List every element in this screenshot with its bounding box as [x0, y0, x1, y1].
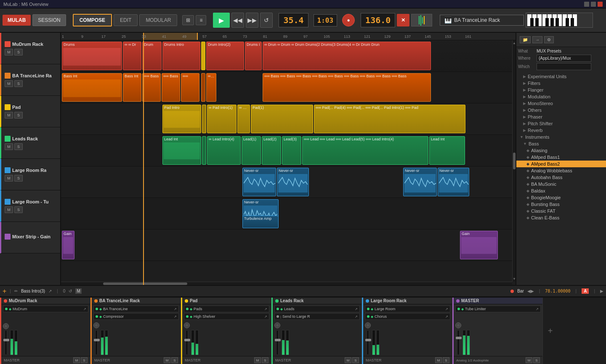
loop-button[interactable]: ↺	[260, 13, 273, 28]
mute-btn-drums[interactable]: M	[5, 49, 13, 55]
clip-drums-6[interactable]: Drum Intro(2)	[206, 42, 244, 70]
solo-btn-leads[interactable]: S	[14, 143, 23, 150]
track-lane-drums[interactable]: Drums ∞ ∞ Dr Drum Drums Intro Drum Intro…	[61, 40, 516, 72]
mute-btn-room1[interactable]: M	[5, 175, 13, 182]
compose-button[interactable]: COMPOSE	[73, 14, 112, 26]
modular-button[interactable]: MODULAR	[139, 14, 177, 26]
pan-knob-master[interactable]	[455, 322, 461, 328]
clip-leads-5[interactable]: Lead(2)	[262, 136, 281, 165]
panel-list-item[interactable]: ◆ Clean E-Bass	[516, 214, 606, 221]
solo-btn-ch-leads[interactable]: S	[352, 357, 359, 363]
panel-list-item[interactable]: ▶ Filters	[516, 80, 606, 87]
clip-leads-3[interactable]: ∞ Lead Intro(4)	[207, 136, 241, 165]
track-lane-room2[interactable]: Never-sr Turbulence Amp	[61, 198, 516, 229]
clip-drums-5[interactable]	[201, 42, 205, 70]
ch-slot-pads[interactable]: ◆ Pads ↗	[184, 306, 269, 312]
clip-turb-2[interactable]: Turbulence Amp	[242, 216, 279, 228]
loop-region[interactable]	[143, 33, 198, 40]
solo-btn-room1[interactable]: S	[14, 175, 23, 182]
track-lane-leads[interactable]: Lead Int ∞ Lead Intro(4) Lead(1) Lead(2)…	[61, 135, 516, 166]
solo-btn-pad[interactable]: S	[14, 112, 23, 119]
ch-slot-chorus[interactable]: ◆ Chorus ↗	[365, 313, 450, 320]
panel-list-item[interactable]: ▶ Reverb	[516, 127, 606, 134]
mute-btn-leads[interactable]: M	[5, 143, 13, 150]
clip-leads-1[interactable]: Lead Int	[162, 136, 201, 165]
position-display[interactable]: 35.4	[279, 13, 308, 27]
panel-list-item[interactable]: ▶ Flanger	[516, 87, 606, 93]
fader-room[interactable]	[367, 330, 369, 355]
track-lane-room1[interactable]: Never-sr Never-sr Neve	[61, 166, 516, 198]
scroll-up-icon[interactable]: ▲	[513, 41, 516, 45]
fader-thumb-leads[interactable]	[275, 339, 281, 341]
clip-leads-2[interactable]	[202, 136, 206, 165]
list-view-button[interactable]: ≡	[196, 15, 206, 25]
panel-list-item[interactable]: ▶ Modulation	[516, 93, 606, 100]
panel-list-item[interactable]: ◆ BoogieMoogie	[516, 194, 606, 201]
solo-btn-drums[interactable]: S	[14, 49, 23, 55]
maximize-btn[interactable]	[591, 2, 596, 7]
ch-slot-highshelver[interactable]: ◆ High Shelver ↗	[184, 313, 269, 320]
clip-bass-8[interactable]: ∞∞ Bass ∞∞ Bass ∞∞ Bass ∞∞ Bass ∞∞ Bass …	[263, 73, 431, 102]
panel-list-item[interactable]: ◆ Baldax	[516, 187, 606, 194]
fader-pad[interactable]	[186, 330, 188, 355]
solo-btn-ch-master[interactable]: S	[533, 357, 540, 363]
clip-drums-2[interactable]: ∞ ∞ Dr	[123, 42, 141, 70]
clip-bass-4[interactable]: ∞∞ Bass	[162, 73, 180, 102]
fader-bass[interactable]	[95, 330, 98, 355]
fader-drums[interactable]	[5, 330, 7, 355]
arrangement-view[interactable]: 1 9 17 25 33 41 49 57 65 73 81 89 97 105…	[61, 33, 516, 285]
pan-knob-drums[interactable]	[3, 323, 9, 329]
ch-slot-leads[interactable]: ◆ Leads ↗	[274, 306, 360, 312]
where-input[interactable]	[537, 55, 591, 62]
panel-list-item[interactable]: ◆ Bursting Bass	[516, 201, 606, 208]
clip-drums-3[interactable]: Drum	[142, 42, 162, 70]
solo-btn-ch-drums[interactable]: S	[81, 357, 88, 363]
pan-knob-pad[interactable]	[184, 322, 190, 328]
clip-bass-6[interactable]	[201, 73, 205, 102]
mute-btn-ch-pad[interactable]: M	[254, 357, 261, 363]
grid-view-button[interactable]: ⊞	[182, 15, 194, 25]
fader-thumb-room[interactable]	[365, 339, 371, 341]
pan-knob-bass[interactable]	[93, 322, 99, 328]
ch-slot-tubelimiter[interactable]: ◆ Tube Limiter ↗	[455, 306, 541, 312]
panel-list-item[interactable]: ◆ Autobahn Bass	[516, 174, 606, 181]
record-button[interactable]: ●	[342, 14, 355, 26]
clip-leads-4[interactable]: Lead(1)	[242, 136, 261, 165]
fader-master[interactable]	[457, 330, 460, 355]
time-display[interactable]: 1:03	[314, 14, 338, 26]
panel-list-item[interactable]: ▼ Bass	[516, 140, 606, 147]
mute-btn-ch-room[interactable]: M	[435, 357, 442, 363]
fader-thumb-drums[interactable]	[3, 339, 9, 341]
pan-knob-room[interactable]	[365, 322, 371, 328]
metronome-button[interactable]: ✕	[397, 14, 409, 26]
fader-leads[interactable]	[276, 330, 279, 355]
session-button[interactable]: SESSION	[32, 14, 66, 26]
horizontal-scrollbar[interactable]	[61, 282, 512, 285]
mute-btn-ch-drums[interactable]: M	[73, 357, 80, 363]
scrollbar-thumb[interactable]	[103, 282, 187, 285]
track-lane-pad[interactable]: Pad Intro ∞ Pad Intro(1) ∞ Pad Pad(1) ∞∞…	[61, 103, 516, 135]
clip-pad-6[interactable]: ∞∞ Pad(... Pad(4) ∞∞ Pad(... ∞∞ Pad(... …	[314, 105, 465, 133]
minimize-btn[interactable]	[584, 2, 589, 7]
fader-thumb-pad[interactable]	[184, 339, 190, 341]
solo-btn-bass[interactable]: S	[14, 80, 23, 87]
arrow-right-btn[interactable]: ▶	[600, 289, 603, 293]
play-button[interactable]: ▶	[213, 13, 230, 28]
snap-arrows[interactable]: ◀▶	[527, 289, 534, 293]
panel-list-item[interactable]: ◆ Aliasing	[516, 147, 606, 154]
solo-btn-ch-bass[interactable]: S	[171, 357, 178, 363]
add-channel-area[interactable]: +	[543, 298, 558, 364]
piano-keyboard[interactable]	[526, 13, 593, 28]
scrollbar-v-thumb[interactable]	[513, 153, 516, 169]
ch-slot-sendtolarge[interactable]: | Send to Large R ↗	[274, 313, 360, 320]
panel-list-item[interactable]: ▶ Experimental Units	[516, 73, 606, 80]
clip-drums-main[interactable]: Drums	[62, 42, 122, 70]
ch-slot-compressor[interactable]: ◆ Compressor ↗	[93, 313, 179, 320]
clip-pad-2[interactable]	[202, 105, 206, 133]
add-track-button[interactable]: +	[3, 288, 6, 295]
panel-list-item[interactable]: ◆ BA MuSonic	[516, 181, 606, 187]
panel-list-item[interactable]: ◆ AMped Bass1	[516, 154, 606, 161]
vertical-scrollbar[interactable]: ▲ ▼	[512, 40, 516, 282]
panel-list-item[interactable]: ▶ MonoStereo	[516, 100, 606, 107]
clip-pad-3[interactable]: ∞ Pad Intro(1)	[207, 105, 237, 133]
